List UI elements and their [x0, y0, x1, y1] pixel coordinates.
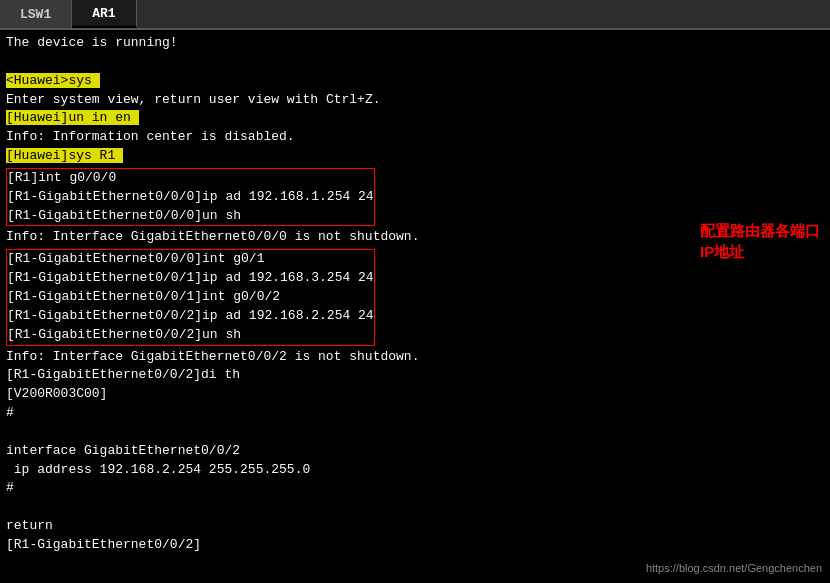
terminal-line: [R1-GigabitEthernet0/0/1]ip ad 192.168.3…	[7, 269, 374, 288]
terminal-line: #	[6, 479, 824, 498]
red-border-section-2: [R1-GigabitEthernet0/0/0]int g0/1 [R1-Gi…	[6, 249, 375, 345]
terminal-line: [Huawei]un in en	[6, 109, 824, 128]
terminal-line: return	[6, 517, 824, 536]
terminal-line: [R1-GigabitEthernet0/0/0]un sh	[7, 207, 374, 226]
terminal-line: [R1-GigabitEthernet0/0/0]int g0/1	[7, 250, 374, 269]
terminal-line: [R1-GigabitEthernet0/0/0]ip ad 192.168.1…	[7, 188, 374, 207]
terminal: The device is running! <Huawei>sys Enter…	[0, 30, 830, 583]
terminal-line: [R1-GigabitEthernet0/0/2]un sh	[7, 326, 374, 345]
red-border-section: [R1]int g0/0/0 [R1-GigabitEthernet0/0/0]…	[6, 168, 375, 227]
terminal-line: interface GigabitEthernet0/0/2	[6, 442, 824, 461]
terminal-line: [R1-GigabitEthernet0/0/2]di th	[6, 366, 824, 385]
terminal-line: [R1-GigabitEthernet0/0/2]	[6, 536, 824, 555]
watermark: https://blog.csdn.net/Gengchenchen	[646, 561, 822, 577]
cmd-sys-r1: [Huawei]sys R1	[6, 148, 123, 163]
terminal-line: #	[6, 404, 824, 423]
terminal-line: [Huawei]sys R1	[6, 147, 824, 166]
terminal-line: [V200R003C00]	[6, 385, 824, 404]
terminal-line: [R1-GigabitEthernet0/0/2]ip ad 192.168.2…	[7, 307, 374, 326]
terminal-line: <Huawei>sys	[6, 72, 824, 91]
tab-lsw1[interactable]: LSW1	[0, 0, 72, 28]
terminal-line: Info: Information center is disabled.	[6, 128, 824, 147]
terminal-line: [R1]int g0/0/0	[7, 169, 374, 188]
terminal-line	[6, 423, 824, 442]
tab-ar1[interactable]: AR1	[72, 0, 136, 28]
terminal-line: Info: Interface GigabitEthernet0/0/2 is …	[6, 348, 824, 367]
annotation: 配置路由器各端口IP地址	[700, 220, 820, 262]
cmd-huawei-sys: <Huawei>sys	[6, 73, 100, 88]
terminal-line: The device is running!	[6, 34, 824, 53]
terminal-line: Enter system view, return user view with…	[6, 91, 824, 110]
terminal-line	[6, 53, 824, 72]
cmd-un-in-en: [Huawei]un in en	[6, 110, 139, 125]
terminal-line	[6, 498, 824, 517]
tab-bar: LSW1 AR1	[0, 0, 830, 30]
terminal-line: ip address 192.168.2.254 255.255.255.0	[6, 461, 824, 480]
terminal-line: [R1-GigabitEthernet0/0/1]int g0/0/2	[7, 288, 374, 307]
